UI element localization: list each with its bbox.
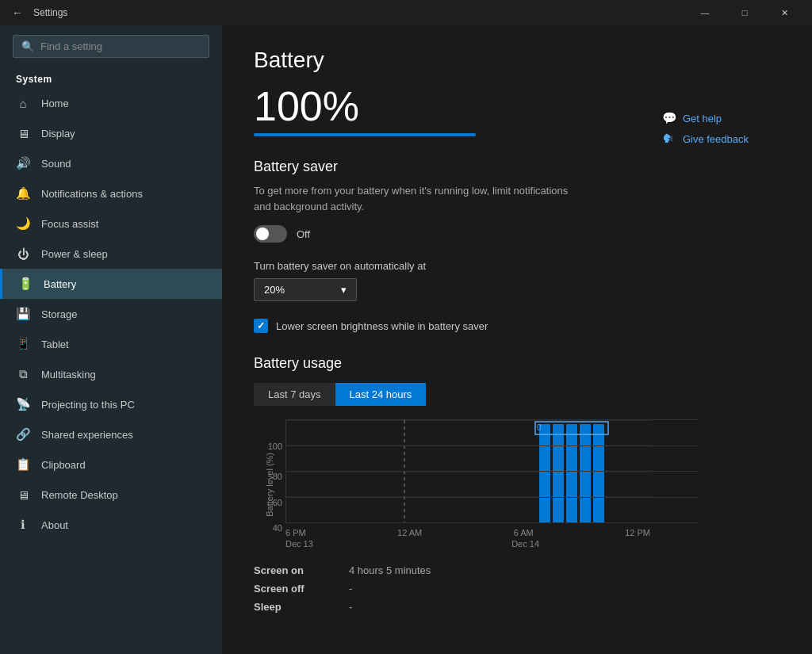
projecting-icon: 📡 <box>16 397 30 411</box>
tab-last-24-hours[interactable]: Last 24 hours <box>335 383 427 406</box>
sidebar-item-display[interactable]: 🖥 Display <box>0 118 222 148</box>
sidebar-item-storage[interactable]: 💾 Storage <box>0 299 222 329</box>
sidebar-item-power[interactable]: ⏻ Power & sleep <box>0 239 222 269</box>
x-label-12pm: 12 PM <box>625 528 650 537</box>
maximize-button[interactable]: □ <box>726 0 763 25</box>
focus-icon: 🌙 <box>16 216 30 231</box>
sidebar-label-remote: Remote Desktop <box>41 489 118 501</box>
search-box[interactable]: 🔍 <box>13 35 209 58</box>
summary-sleep: Sleep - <box>254 598 571 616</box>
sidebar-label-notifications: Notifications & actions <box>41 188 143 200</box>
checkmark-icon: ✓ <box>257 320 265 331</box>
summary-screen-off: Screen off - <box>254 579 571 598</box>
battery-chart: Battery level (%) 100 80 <box>254 420 698 549</box>
help-icon: 💬 <box>662 111 676 125</box>
get-help-link[interactable]: 💬 Get help <box>662 111 749 125</box>
search-icon: 🔍 <box>21 40 34 52</box>
sidebar-item-sound[interactable]: 🔊 Sound <box>0 148 222 178</box>
sidebar-item-focus[interactable]: 🌙 Focus assist <box>0 208 222 239</box>
sidebar-item-tablet[interactable]: 📱 Tablet <box>0 329 222 359</box>
y-label-40: 40 <box>260 523 282 533</box>
sidebar-label-projecting: Projecting to this PC <box>41 399 135 411</box>
toggle-label: Off <box>297 228 310 240</box>
tab-row: Last 7 days Last 24 hours <box>254 383 780 406</box>
back-button[interactable]: ← <box>10 5 25 21</box>
battery-threshold-row: Turn battery saver on automatically at 2… <box>254 260 780 301</box>
app-container: 🔍 System ⌂ Home 🖥 Display 🔊 Sound 🔔 Noti… <box>0 25 812 654</box>
page-title: Battery <box>254 48 780 73</box>
sidebar-label-multitasking: Multitasking <box>41 369 96 381</box>
sidebar-item-battery[interactable]: 🔋 Battery <box>0 269 222 299</box>
sidebar-label-shared: Shared experiences <box>41 429 133 441</box>
battery-progress-bar <box>254 133 476 136</box>
search-input[interactable] <box>40 40 201 52</box>
sidebar-label-clipboard: Clipboard <box>41 459 86 471</box>
sidebar-label-about: About <box>41 519 68 531</box>
toggle-knob <box>256 228 269 240</box>
close-button[interactable]: ✕ <box>766 0 802 25</box>
sidebar-label-home: Home <box>41 98 69 109</box>
sidebar-item-shared[interactable]: 🔗 Shared experiences <box>0 419 222 449</box>
shared-icon: 🔗 <box>16 427 30 442</box>
screen-off-value: - <box>349 583 352 595</box>
multitasking-icon: ⧉ <box>16 367 30 381</box>
y-label-80: 80 <box>260 472 282 481</box>
screen-on-value: 4 hours 5 minutes <box>349 564 431 576</box>
titlebar: ← Settings — □ ✕ <box>0 0 812 25</box>
sidebar: 🔍 System ⌂ Home 🖥 Display 🔊 Sound 🔔 Noti… <box>0 25 222 654</box>
y-label-100: 100 <box>260 442 282 451</box>
sidebar-label-sound: Sound <box>41 158 71 170</box>
y-label-60: 60 <box>260 498 282 507</box>
battery-saver-toggle[interactable] <box>254 225 287 243</box>
notifications-icon: 🔔 <box>16 186 30 201</box>
x-axis-labels: 6 PM 12 AM 6 AM 12 PM <box>285 525 650 537</box>
content-area: 💬 Get help 🗣 Give feedback Battery 100% … <box>222 25 812 654</box>
usage-summary: Screen on 4 hours 5 minutes Screen off -… <box>254 561 571 616</box>
dropdown-label: Turn battery saver on automatically at <box>254 260 780 272</box>
screen-off-label: Screen off <box>254 583 349 595</box>
sound-icon: 🔊 <box>16 156 30 170</box>
battery-saver-title: Battery saver <box>254 159 780 175</box>
battery-usage-title: Battery usage <box>254 355 780 372</box>
battery-icon: 🔋 <box>18 277 33 291</box>
tablet-icon: 📱 <box>16 337 30 351</box>
sidebar-label-storage: Storage <box>41 308 78 320</box>
sidebar-label-focus: Focus assist <box>41 218 98 230</box>
date-labels: Dec 13 Dec 14 <box>285 537 539 549</box>
chevron-down-icon: ▾ <box>341 284 347 296</box>
x-label-6pm: 6 PM <box>285 528 306 537</box>
sidebar-item-about[interactable]: ℹ About <box>0 510 222 540</box>
battery-threshold-dropdown[interactable]: 20% ▾ <box>254 278 357 301</box>
battery-saver-toggle-row: Off <box>254 225 780 243</box>
titlebar-title: Settings <box>33 7 67 18</box>
brightness-checkbox[interactable]: ✓ <box>254 319 268 333</box>
about-icon: ℹ <box>16 518 30 532</box>
sidebar-label-display: Display <box>41 128 75 140</box>
sidebar-item-multitasking[interactable]: ⧉ Multitasking <box>0 359 222 389</box>
battery-saver-desc: To get more from your battery when it's … <box>254 183 587 214</box>
sidebar-item-clipboard[interactable]: 📋 Clipboard <box>0 449 222 480</box>
tab-last-7-days[interactable]: Last 7 days <box>254 383 335 406</box>
sidebar-item-notifications[interactable]: 🔔 Notifications & actions <box>0 178 222 208</box>
summary-screen-on: Screen on 4 hours 5 minutes <box>254 561 571 579</box>
help-section: 💬 Get help 🗣 Give feedback <box>662 111 749 146</box>
clipboard-icon: 📋 <box>16 457 30 472</box>
sidebar-label-battery: Battery <box>44 278 76 290</box>
sidebar-label-tablet: Tablet <box>41 338 69 350</box>
x-label-6am: 6 AM <box>514 528 534 537</box>
screen-on-label: Screen on <box>254 564 349 576</box>
x-label-12am: 12 AM <box>397 528 422 537</box>
give-feedback-link[interactable]: 🗣 Give feedback <box>662 132 749 146</box>
feedback-icon: 🗣 <box>662 132 676 146</box>
battery-progress-fill <box>254 133 476 136</box>
minimize-button[interactable]: — <box>687 0 723 25</box>
sidebar-item-remote[interactable]: 🖥 Remote Desktop <box>0 480 222 510</box>
sidebar-item-projecting[interactable]: 📡 Projecting to this PC <box>0 389 222 419</box>
sidebar-item-home[interactable]: ⌂ Home <box>0 88 222 118</box>
sidebar-label-power: Power & sleep <box>41 248 108 260</box>
date-dec14: Dec 14 <box>511 539 539 549</box>
remote-icon: 🖥 <box>16 488 30 502</box>
brightness-checkbox-label: Lower screen brightness while in battery… <box>276 320 488 332</box>
brightness-checkbox-row: ✓ Lower screen brightness while in batte… <box>254 319 780 333</box>
sleep-label: Sleep <box>254 601 349 613</box>
